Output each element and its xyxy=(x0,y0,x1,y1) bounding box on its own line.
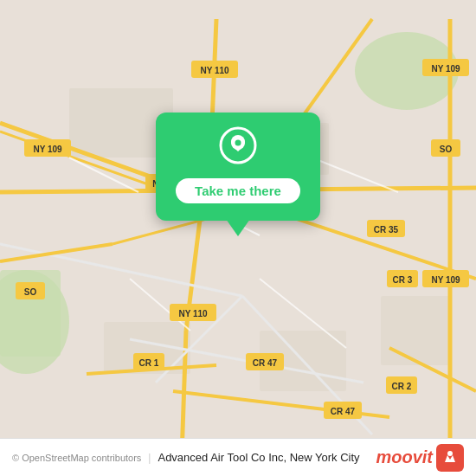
svg-text:NY 110: NY 110 xyxy=(200,66,229,75)
svg-text:CR 3: CR 3 xyxy=(393,275,413,285)
moovit-logo: moovit xyxy=(376,444,464,472)
svg-rect-8 xyxy=(381,296,450,365)
map-pin-icon xyxy=(219,126,257,164)
svg-text:NY 109: NY 109 xyxy=(33,145,62,154)
svg-text:CR 47: CR 47 xyxy=(331,407,356,416)
attribution-text: © OpenStreetMap contributors xyxy=(12,453,141,463)
bottom-bar: © OpenStreetMap contributors | Advanced … xyxy=(0,438,476,476)
svg-point-64 xyxy=(447,451,453,456)
popup-card: Take me there xyxy=(156,113,320,221)
take-me-there-button[interactable]: Take me there xyxy=(176,178,300,203)
map-svg: NY 110 NY 109 NY 10 NY 110 SO CR 35 CR 3… xyxy=(0,0,476,476)
svg-text:NY 109: NY 109 xyxy=(431,64,460,74)
moovit-text: moovit xyxy=(376,447,433,467)
svg-point-62 xyxy=(235,140,241,146)
svg-text:NY 109: NY 109 xyxy=(431,275,460,285)
svg-text:CR 47: CR 47 xyxy=(253,358,278,368)
svg-text:NY 110: NY 110 xyxy=(178,309,208,318)
bottom-bar-left: © OpenStreetMap contributors | Advanced … xyxy=(12,451,360,464)
map-container: NY 110 NY 109 NY 10 NY 110 SO CR 35 CR 3… xyxy=(0,0,476,476)
moovit-icon xyxy=(436,444,464,472)
svg-text:SO: SO xyxy=(440,145,453,154)
svg-text:CR 35: CR 35 xyxy=(374,225,399,235)
svg-text:SO: SO xyxy=(24,287,37,297)
svg-text:CR 2: CR 2 xyxy=(392,382,412,391)
svg-text:CR 1: CR 1 xyxy=(139,358,159,368)
location-title: Advanced Air Tool Co Inc, New York City xyxy=(158,451,359,464)
